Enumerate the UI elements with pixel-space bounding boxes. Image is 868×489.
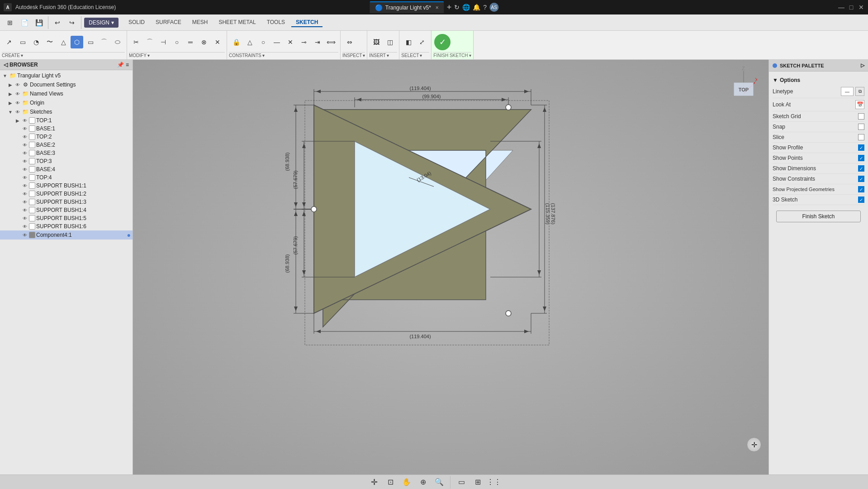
- close-button[interactable]: ✕: [858, 4, 864, 10]
- minimize-button[interactable]: —: [838, 4, 844, 10]
- support2-eye[interactable]: 👁: [22, 192, 28, 197]
- tab-sheet-metal[interactable]: SHEET METAL: [214, 18, 260, 27]
- circle-c-icon[interactable]: ○: [257, 36, 270, 48]
- base1-eye[interactable]: 👁: [22, 126, 28, 131]
- tab-title[interactable]: 🔵 Trangular Light v5* ×: [370, 1, 444, 13]
- break-icon[interactable]: ⊗: [198, 36, 210, 48]
- support5-eye[interactable]: 👁: [22, 216, 28, 221]
- tree-item-base4[interactable]: ▶ 👁 BASE:4: [0, 165, 133, 173]
- tree-item-support2[interactable]: ▶ 👁 SUPPORT BUSH1:2: [0, 190, 133, 198]
- support6-eye[interactable]: 👁: [22, 224, 28, 229]
- crosshair-icon[interactable]: ✛: [368, 476, 380, 489]
- show-projected-checkbox[interactable]: ✓: [858, 186, 864, 192]
- lookat-icon[interactable]: 📅: [855, 100, 864, 109]
- tree-item-origin[interactable]: ▶ 👁 📁 Origin: [0, 98, 133, 107]
- tree-item-sketches[interactable]: ▼ 👁 📁 Sketches: [0, 107, 133, 116]
- sketches-eye[interactable]: 👁: [14, 110, 21, 115]
- grid-view-icon[interactable]: ⊞: [471, 476, 484, 489]
- canvas-area[interactable]: (119.404) (99.904) (68.938) (57.679): [133, 60, 768, 475]
- top2-eye[interactable]: 👁: [22, 134, 28, 139]
- tree-item-named-views[interactable]: ▶ 👁 📁 Named Views: [0, 89, 133, 98]
- base2-eye[interactable]: 👁: [22, 143, 28, 148]
- modify-label[interactable]: MODIFY ▾: [129, 52, 225, 58]
- support1-eye[interactable]: 👁: [22, 183, 28, 188]
- tree-item-base3[interactable]: ▶ 👁 BASE:3: [0, 149, 133, 157]
- show-constraints-checkbox[interactable]: ✓: [858, 176, 864, 182]
- refresh-icon[interactable]: ↻: [454, 4, 460, 11]
- x-icon[interactable]: ✕: [211, 36, 224, 48]
- inspect-label[interactable]: INSPECT ▾: [342, 52, 365, 58]
- tree-item-support1[interactable]: ▶ 👁 SUPPORT BUSH1:1: [0, 182, 133, 190]
- offset-icon[interactable]: ○: [171, 36, 183, 48]
- sidebar-arrow-icon[interactable]: ◁: [4, 62, 8, 68]
- user-icon[interactable]: AS: [489, 3, 498, 12]
- top3-eye[interactable]: 👁: [22, 159, 28, 164]
- linetype-box[interactable]: —: [841, 87, 854, 96]
- base4-eye[interactable]: 👁: [22, 167, 28, 172]
- triangle-icon[interactable]: △: [57, 36, 70, 48]
- origin-eye[interactable]: 👁: [14, 101, 21, 105]
- globe-icon[interactable]: 🌐: [462, 4, 470, 11]
- triangle-c-icon[interactable]: △: [243, 36, 256, 48]
- nav-widget[interactable]: ✛: [747, 437, 761, 452]
- tree-item-support6[interactable]: ▶ 👁 SUPPORT BUSH1:6: [0, 222, 133, 230]
- tree-item-support5[interactable]: ▶ 👁 SUPPORT BUSH1:5: [0, 214, 133, 222]
- measure-icon[interactable]: ⇔: [343, 36, 356, 48]
- pan-icon[interactable]: ✋: [400, 476, 413, 489]
- palette-expand-icon[interactable]: ▷: [861, 62, 864, 68]
- tree-item-top2[interactable]: ▶ 👁 TOP:2: [0, 133, 133, 141]
- view-icon[interactable]: ▭: [455, 476, 468, 489]
- tree-item-top3[interactable]: ▶ 👁 TOP:3: [0, 157, 133, 165]
- zoom-icon[interactable]: ⊕: [417, 476, 429, 489]
- support3-eye[interactable]: 👁: [22, 200, 28, 205]
- maximize-button[interactable]: □: [848, 4, 854, 10]
- tab-surface[interactable]: SURFACE: [151, 18, 186, 27]
- tree-item-support3[interactable]: ▶ 👁 SUPPORT BUSH1:3: [0, 198, 133, 206]
- lock-icon[interactable]: 🔒: [230, 36, 242, 48]
- show-dimensions-checkbox[interactable]: ✓: [858, 165, 864, 172]
- polygon-icon[interactable]: ⬡: [71, 36, 83, 48]
- finish-sketch-button[interactable]: Finish Sketch: [776, 211, 861, 222]
- help-icon[interactable]: ?: [483, 4, 487, 11]
- insert-3d-icon[interactable]: ◫: [384, 36, 396, 48]
- tree-item-root[interactable]: ▼ 📁 Trangular Light v5: [0, 71, 133, 80]
- doc-settings-eye[interactable]: 👁: [14, 82, 21, 87]
- linetype-copy-icon[interactable]: ⧉: [855, 87, 864, 96]
- dots-view-icon[interactable]: ⋮⋮: [488, 476, 500, 489]
- curve-icon[interactable]: ⌒: [143, 36, 156, 48]
- named-views-eye[interactable]: 👁: [14, 91, 21, 96]
- frame-view-icon[interactable]: ⊡: [384, 476, 397, 489]
- file-icon[interactable]: 📄: [18, 16, 31, 29]
- snap-checkbox[interactable]: [858, 124, 864, 130]
- redo-icon[interactable]: ↪: [66, 16, 78, 29]
- insert-label[interactable]: INSERT ▾: [369, 52, 397, 58]
- extend-icon[interactable]: ⇥: [311, 36, 324, 48]
- tree-item-component4[interactable]: ▶ 👁 Component4:1 ●: [0, 230, 133, 240]
- support4-eye[interactable]: 👁: [22, 208, 28, 213]
- line-icon[interactable]: ↗: [3, 36, 15, 48]
- finish-sketch-label[interactable]: FINISH SKETCH ▾: [433, 52, 471, 58]
- select-icon[interactable]: ◧: [402, 36, 415, 48]
- tree-item-doc-settings[interactable]: ▶ 👁 ⚙ Document Settings: [0, 80, 133, 89]
- close-tab-icon[interactable]: ×: [436, 5, 439, 11]
- tab-solid[interactable]: SOLID: [124, 18, 149, 27]
- lookat-control[interactable]: 📅: [855, 100, 864, 109]
- browser-menu-icon[interactable]: ≡: [126, 62, 129, 68]
- tree-item-base2[interactable]: ▶ 👁 BASE:2: [0, 141, 133, 149]
- tree-item-top1[interactable]: ▶ 👁 TOP:1: [0, 116, 133, 125]
- circle-arc-icon[interactable]: ◔: [30, 36, 43, 48]
- constraints-label[interactable]: CONSTRAINTS ▾: [229, 52, 338, 58]
- tangent-icon[interactable]: ⊸: [298, 36, 310, 48]
- grid-checkbox[interactable]: [858, 113, 864, 120]
- linetype-control[interactable]: — ⧉: [841, 87, 864, 96]
- browser-pin-icon[interactable]: 📌: [117, 62, 124, 68]
- tree-item-support4[interactable]: ▶ 👁 SUPPORT BUSH1:4: [0, 206, 133, 214]
- tree-item-base1[interactable]: ▶ 👁 BASE:1: [0, 125, 133, 133]
- base3-eye[interactable]: 👁: [22, 151, 28, 156]
- show-points-checkbox[interactable]: ✓: [858, 155, 864, 161]
- select-label[interactable]: SELECT ▾: [401, 52, 429, 58]
- tab-mesh[interactable]: MESH: [188, 18, 213, 27]
- arc-icon[interactable]: ⌒: [98, 36, 110, 48]
- undo-icon[interactable]: ↩: [51, 16, 64, 29]
- tree-item-top4[interactable]: ▶ 👁 TOP:4: [0, 173, 133, 182]
